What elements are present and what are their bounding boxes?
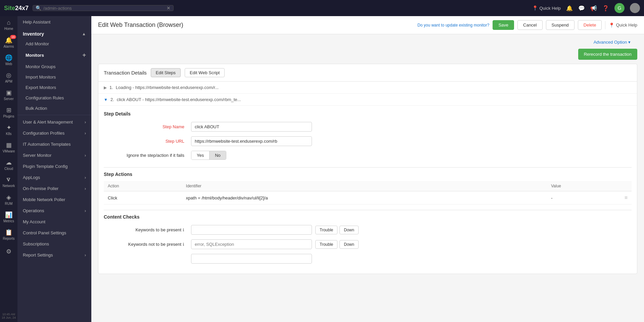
- inventory-header[interactable]: Inventory ▲: [17, 28, 91, 39]
- identifier-col-header: Identifier: [182, 181, 547, 191]
- transaction-details-card: Transaction Details Edit Steps Edit Web …: [98, 64, 637, 274]
- sidebar-item-plugin-template[interactable]: Plugin Template Config: [17, 161, 91, 172]
- quick-help-link[interactable]: 📍 Quick Help: [532, 5, 561, 11]
- home-icon: ⌂: [7, 19, 11, 26]
- step-2-row[interactable]: ▼ 2. click ABOUT - https://rbmwebsite-te…: [98, 94, 637, 106]
- sidebar-item-alarms[interactable]: 🔔 Alarms 16: [0, 34, 17, 51]
- keywords-present-trouble-button[interactable]: Trouble: [315, 226, 337, 234]
- sidebar-item-export-monitors[interactable]: Export Monitors: [17, 82, 91, 93]
- sidebar-item-subscriptions[interactable]: Subscriptions: [17, 238, 91, 249]
- monitors-plus-icon[interactable]: +: [82, 52, 86, 59]
- sidebar-item-monitors[interactable]: Monitors +: [17, 49, 91, 61]
- help-circle-icon[interactable]: ❓: [602, 5, 609, 11]
- sidebar-item-applogs[interactable]: AppLogs ›: [17, 172, 91, 183]
- plugins-icon: ⊞: [6, 106, 11, 114]
- sidebar-item-server-monitor[interactable]: Server Monitor ›: [17, 150, 91, 161]
- delete-button[interactable]: Delete: [578, 20, 602, 30]
- alarms-badge: 16: [10, 35, 16, 39]
- sidebar-item-it-automation[interactable]: IT Automation Templates: [17, 139, 91, 150]
- sidebar-item-home[interactable]: ⌂ Home: [0, 16, 17, 34]
- yes-button[interactable]: Yes: [191, 151, 210, 159]
- keywords-third-input[interactable]: [191, 254, 312, 264]
- step-1-row[interactable]: ▶ 1. Loading - https://rbmwebsite-test.e…: [98, 82, 637, 94]
- cloud-icon: ☁: [6, 159, 12, 166]
- sidebar-item-rum[interactable]: ◈ RUM: [0, 191, 17, 208]
- user-avatar[interactable]: [630, 3, 640, 13]
- step-name-input[interactable]: [191, 122, 312, 132]
- sidebar-item-monitor-groups[interactable]: Monitor Groups: [17, 61, 91, 72]
- inventory-arrow: ▲: [82, 32, 86, 36]
- sidebar-item-bulk-action[interactable]: Bulk Action: [17, 103, 91, 113]
- clear-icon[interactable]: ✕: [167, 5, 171, 11]
- help-assistant-item[interactable]: Help Assistant: [17, 16, 91, 28]
- keywords-not-present-info-icon[interactable]: ℹ: [183, 242, 184, 247]
- sidebar-item-on-premise[interactable]: On-Premise Poller ›: [17, 183, 91, 194]
- actions-table: Action Identifier Value Click xpath = /h…: [104, 181, 632, 204]
- keywords-not-present-trouble-button[interactable]: Trouble: [315, 240, 337, 249]
- sidebar-item-metrics[interactable]: 📊 Metrics: [0, 208, 17, 226]
- keywords-present-input[interactable]: [191, 225, 312, 235]
- sidebar-item-user-alert[interactable]: User & Alert Management ›: [17, 117, 91, 128]
- sidebar-item-plugins[interactable]: ⊞ Plugins: [0, 103, 17, 121]
- search-input[interactable]: [43, 6, 165, 11]
- step-url-row: Step URL: [104, 136, 632, 146]
- suspend-button[interactable]: Suspend: [546, 20, 574, 30]
- sidebar-item-my-account[interactable]: My Account: [17, 216, 91, 227]
- keywords-third-buttons: Trouble Down: [315, 255, 359, 263]
- server-icon: ▣: [6, 89, 12, 96]
- header-quick-help-button[interactable]: 📍 Quick Help: [609, 22, 637, 28]
- advanced-option-link[interactable]: Advanced Option ▾: [594, 40, 631, 45]
- keywords-not-present-down-button[interactable]: Down: [339, 240, 359, 249]
- drag-handle-cell[interactable]: ≡: [620, 191, 632, 204]
- chat-icon[interactable]: 💬: [578, 5, 585, 11]
- table-row: Click xpath = /html/body/header/div/nav/…: [104, 191, 632, 204]
- identifier-cell: xpath = /html/body/header/div/nav/ul/li[…: [182, 191, 547, 204]
- megaphone-icon[interactable]: 📢: [590, 5, 597, 11]
- sidebar-item-report-settings[interactable]: Report Settings ›: [17, 249, 91, 261]
- save-button[interactable]: Save: [493, 20, 514, 30]
- keywords-present-down-button[interactable]: Down: [339, 226, 359, 234]
- user-avatar-green[interactable]: G: [614, 3, 625, 13]
- no-button[interactable]: No: [210, 151, 226, 159]
- bell-icon[interactable]: 🔔: [566, 5, 573, 11]
- yes-no-group: Yes No: [191, 151, 226, 160]
- sidebar-item-vmware[interactable]: ▦ VMware: [0, 138, 17, 156]
- transaction-details-title: Transaction Details: [104, 70, 147, 76]
- sidebar-item-network[interactable]: ⛛ Network: [0, 173, 17, 191]
- settings-icon: ⚙: [6, 248, 11, 255]
- rum-icon: ◈: [6, 194, 11, 201]
- logo[interactable]: Site24x7: [4, 5, 29, 12]
- edit-steps-tab[interactable]: Edit Steps: [151, 68, 181, 77]
- keywords-not-present-buttons: Trouble Down: [315, 240, 359, 249]
- sidebar-item-mobile-network[interactable]: Mobile Network Poller: [17, 194, 91, 205]
- content-checks-section: Content Checks Keywords to be present ℹ …: [98, 210, 637, 274]
- rerecord-button[interactable]: Rerecord the transaction: [578, 49, 637, 60]
- keywords-not-present-input[interactable]: [191, 239, 312, 249]
- sidebar-item-k8s[interactable]: ✦ K8s: [0, 121, 17, 138]
- step-url-input[interactable]: [191, 136, 312, 146]
- sidebar-item-cloud[interactable]: ☁ Cloud: [0, 156, 17, 173]
- transaction-details-header: Transaction Details Edit Steps Edit Web …: [98, 64, 637, 82]
- web-icon: 🌐: [5, 54, 12, 61]
- sidebar-item-web[interactable]: 🌐 Web: [0, 51, 17, 68]
- sidebar-item-reports[interactable]: 📋 Reports: [0, 226, 17, 243]
- step-name-label: Step Name: [104, 124, 191, 129]
- sidebar-item-import-monitors[interactable]: Import Monitors: [17, 72, 91, 82]
- main-content: Edit Web Transaction (Browser) Do you wa…: [91, 0, 644, 322]
- keywords-present-info-icon[interactable]: ℹ: [183, 228, 184, 232]
- sidebar-item-config-profiles[interactable]: Configuration Profiles ›: [17, 128, 91, 139]
- keywords-present-row: Keywords to be present ℹ Trouble Down: [104, 225, 632, 235]
- cancel-button[interactable]: Cancel: [517, 20, 542, 30]
- step-1-arrow: ▶: [104, 85, 107, 90]
- sidebar-item-add-monitor[interactable]: Add Monitor: [17, 39, 91, 49]
- ignore-step-label: Ignore the step/action if it fails: [104, 153, 191, 158]
- step-2-content: click ABOUT - https://rbmwebsite-test.en…: [117, 97, 241, 102]
- sidebar-item-settings[interactable]: ⚙: [0, 243, 17, 261]
- sidebar-item-apm[interactable]: ◎ APM: [0, 68, 17, 86]
- sidebar-item-configuration-rules[interactable]: Configuration Rules: [17, 93, 91, 103]
- edit-web-script-tab[interactable]: Edit Web Script: [185, 68, 225, 77]
- sidebar-item-operations[interactable]: Operations ›: [17, 205, 91, 216]
- sidebar-item-server[interactable]: ▣ Server: [0, 86, 17, 103]
- sidebar-item-control-panel[interactable]: Control Panel Settings: [17, 227, 91, 238]
- advanced-option[interactable]: Advanced Option ▾: [98, 40, 637, 45]
